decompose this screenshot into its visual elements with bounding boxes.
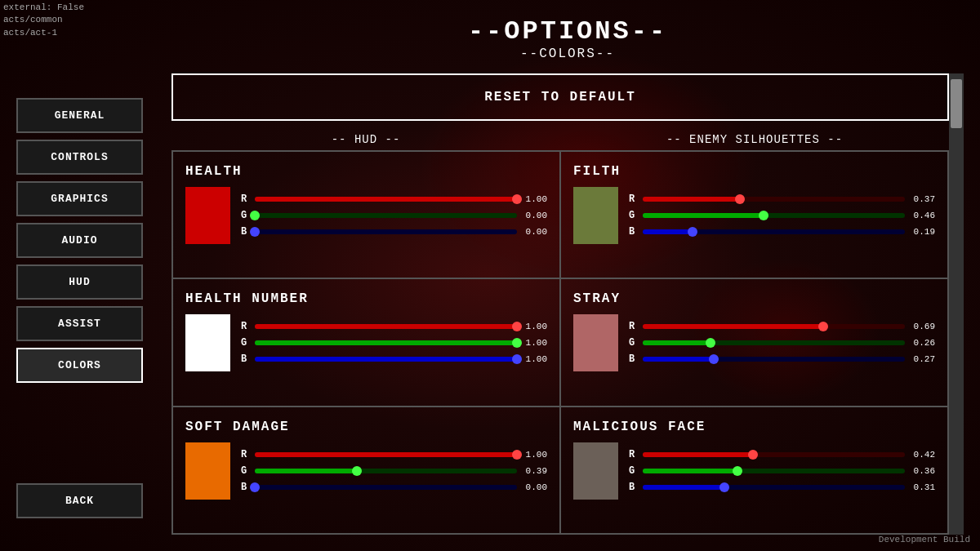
slider-thumb-health-g[interactable] <box>250 211 260 220</box>
slider-value-soft_damage-g: 0.39 <box>521 466 547 476</box>
slider-row-malicious_face-g: G0.36 <box>629 465 935 477</box>
slider-row-stray-g: G0.26 <box>629 337 935 349</box>
slider-value-filth-g: 0.46 <box>909 211 935 220</box>
slider-value-health_number-r: 1.00 <box>521 322 547 331</box>
slider-fill-health-r <box>255 197 517 202</box>
back-button[interactable]: BACK <box>16 483 143 518</box>
reset-button[interactable]: RESET TO DEFAULT <box>172 73 949 121</box>
color-cell-health: HEALTHR1.00G0.00B0.00 <box>172 151 560 278</box>
sliders-health_number: R1.00G1.00B1.00 <box>241 321 547 365</box>
slider-thumb-health_number-g[interactable] <box>512 338 522 348</box>
slider-thumb-filth-b[interactable] <box>688 227 697 237</box>
page-subtitle: --COLORS-- <box>172 47 964 61</box>
slider-row-filth-b: B0.19 <box>629 226 935 238</box>
slider-value-stray-r: 0.69 <box>909 322 935 331</box>
slider-track-filth-g[interactable] <box>643 213 905 218</box>
slider-thumb-stray-r[interactable] <box>818 322 828 331</box>
slider-track-filth-b[interactable] <box>643 229 905 234</box>
slider-row-soft_damage-r: R1.00 <box>241 449 547 460</box>
content-area: --OPTIONS-- --COLORS-- RESET TO DEFAULT … <box>163 0 980 551</box>
slider-value-soft_damage-r: 1.00 <box>521 450 547 460</box>
sidebar-btn-colors[interactable]: COLORS <box>16 348 143 383</box>
color-swatch-filth <box>573 187 618 244</box>
slider-track-health_number-r[interactable] <box>255 324 517 329</box>
sliders-filth: R0.37G0.46B0.19 <box>629 193 935 238</box>
slider-track-malicious_face-b[interactable] <box>643 485 905 490</box>
slider-track-malicious_face-r[interactable] <box>643 452 905 457</box>
slider-thumb-soft_damage-b[interactable] <box>250 482 260 492</box>
slider-thumb-health-r[interactable] <box>512 194 522 204</box>
slider-value-filth-b: 0.19 <box>909 227 935 237</box>
slider-track-health_number-g[interactable] <box>255 340 517 345</box>
color-row-soft_damage: R1.00G0.39B0.00 <box>185 442 547 500</box>
color-cell-malicious_face: MALICIOUS FACER0.42G0.36B0.31 <box>560 407 948 534</box>
slider-track-health-b[interactable] <box>255 229 517 234</box>
slider-fill-health_number-g <box>255 340 517 345</box>
sidebar-btn-general[interactable]: GENERAL <box>16 98 143 133</box>
slider-track-soft_damage-g[interactable] <box>255 469 517 473</box>
color-cell-soft_damage: SOFT DAMAGER1.00G0.39B0.00 <box>172 407 560 534</box>
sidebar-btn-graphics[interactable]: GRAPHICS <box>16 181 143 216</box>
main-container: GENERAL CONTROLS GRAPHICS AUDIO HUD ASSI… <box>0 0 980 551</box>
slider-label-malicious_face-r: R <box>629 449 639 460</box>
scrollbar-thumb[interactable] <box>951 79 962 128</box>
slider-track-soft_damage-b[interactable] <box>255 485 517 490</box>
colors-grid: HEALTHR1.00G0.00B0.00FILTHR0.37G0.46B0.1… <box>172 150 949 535</box>
slider-label-health_number-g: G <box>241 337 251 349</box>
slider-track-filth-r[interactable] <box>643 197 905 202</box>
color-title-soft_damage: SOFT DAMAGE <box>185 420 547 434</box>
slider-fill-health_number-b <box>255 357 517 362</box>
sidebar: GENERAL CONTROLS GRAPHICS AUDIO HUD ASSI… <box>0 0 163 551</box>
slider-value-stray-b: 0.27 <box>909 354 935 364</box>
slider-value-stray-g: 0.26 <box>909 338 935 348</box>
debug-info: external: False acts/common acts/act-1 <box>3 2 84 39</box>
slider-row-health-g: G0.00 <box>241 210 547 221</box>
hud-col-header: -- HUD -- <box>172 133 560 146</box>
slider-thumb-filth-r[interactable] <box>735 194 745 204</box>
slider-thumb-filth-g[interactable] <box>759 211 768 220</box>
grid-wrapper: RESET TO DEFAULT -- HUD -- -- ENEMY SILH… <box>172 73 949 535</box>
sidebar-btn-assist[interactable]: ASSIST <box>16 306 143 341</box>
slider-thumb-stray-g[interactable] <box>706 338 715 348</box>
color-cell-filth: FILTHR0.37G0.46B0.19 <box>560 151 948 278</box>
slider-thumb-malicious_face-b[interactable] <box>719 482 729 492</box>
slider-track-health-g[interactable] <box>255 213 517 218</box>
color-swatch-health_number <box>185 314 230 371</box>
sidebar-btn-audio[interactable]: AUDIO <box>16 223 143 258</box>
color-swatch-soft_damage <box>185 442 230 500</box>
slider-thumb-soft_damage-g[interactable] <box>352 466 362 476</box>
sidebar-btn-hud[interactable]: HUD <box>16 264 143 300</box>
slider-thumb-malicious_face-r[interactable] <box>748 450 758 460</box>
sidebar-spacer <box>16 389 147 477</box>
color-row-health_number: R1.00G1.00B1.00 <box>185 314 547 371</box>
slider-row-stray-b: B0.27 <box>629 353 935 365</box>
sidebar-btn-controls[interactable]: CONTROLS <box>16 140 143 175</box>
slider-thumb-health_number-b[interactable] <box>512 354 522 364</box>
slider-row-stray-r: R0.69 <box>629 321 935 332</box>
slider-track-stray-r[interactable] <box>643 324 905 329</box>
slider-value-soft_damage-b: 0.00 <box>521 482 547 492</box>
slider-fill-health_number-r <box>255 324 517 329</box>
slider-thumb-malicious_face-g[interactable] <box>733 466 742 476</box>
slider-label-stray-g: G <box>629 337 639 349</box>
color-swatch-stray <box>573 314 618 371</box>
slider-thumb-health_number-r[interactable] <box>512 322 522 331</box>
slider-track-malicious_face-g[interactable] <box>643 469 905 473</box>
content-scroll-area: RESET TO DEFAULT -- HUD -- -- ENEMY SILH… <box>172 73 964 535</box>
color-row-malicious_face: R0.42G0.36B0.31 <box>573 442 935 500</box>
sliders-malicious_face: R0.42G0.36B0.31 <box>629 449 935 493</box>
slider-fill-malicious_face-g <box>643 469 737 473</box>
slider-thumb-stray-b[interactable] <box>709 354 719 364</box>
dev-build-label: Development Build <box>879 535 970 544</box>
color-title-health_number: HEALTH NUMBER <box>185 291 547 306</box>
slider-thumb-soft_damage-r[interactable] <box>512 450 522 460</box>
slider-track-health-r[interactable] <box>255 197 517 202</box>
slider-track-stray-b[interactable] <box>643 357 905 362</box>
slider-label-malicious_face-b: B <box>629 482 639 493</box>
slider-fill-stray-b <box>643 357 714 362</box>
slider-track-stray-g[interactable] <box>643 340 905 345</box>
slider-thumb-health-b[interactable] <box>250 227 260 237</box>
slider-track-health_number-b[interactable] <box>255 357 517 362</box>
scrollbar[interactable] <box>949 73 964 535</box>
slider-track-soft_damage-r[interactable] <box>255 452 517 457</box>
